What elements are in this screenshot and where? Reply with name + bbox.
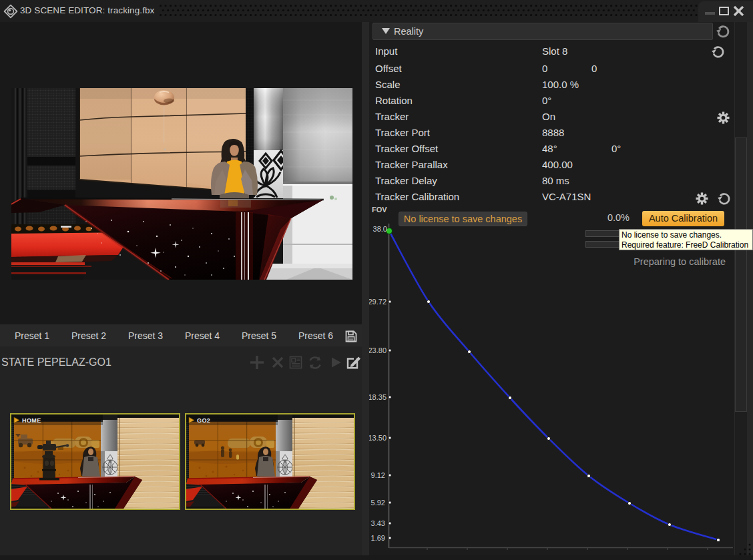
svg-text:HOME: HOME — [22, 417, 41, 424]
svg-text:13.50: 13.50 — [369, 434, 387, 442]
svg-text:23.80: 23.80 — [369, 346, 387, 354]
svg-text:29.72: 29.72 — [369, 298, 387, 306]
svg-text:38.0: 38.0 — [373, 225, 387, 233]
svg-text:3.43: 3.43 — [371, 519, 385, 527]
svg-text:FOV: FOV — [372, 206, 387, 214]
svg-text:GO2: GO2 — [197, 417, 210, 424]
svg-text:1.69: 1.69 — [371, 534, 385, 542]
svg-text:9.12: 9.12 — [371, 471, 385, 479]
svg-text:18.35: 18.35 — [369, 393, 387, 401]
svg-text:5.92: 5.92 — [371, 499, 385, 507]
